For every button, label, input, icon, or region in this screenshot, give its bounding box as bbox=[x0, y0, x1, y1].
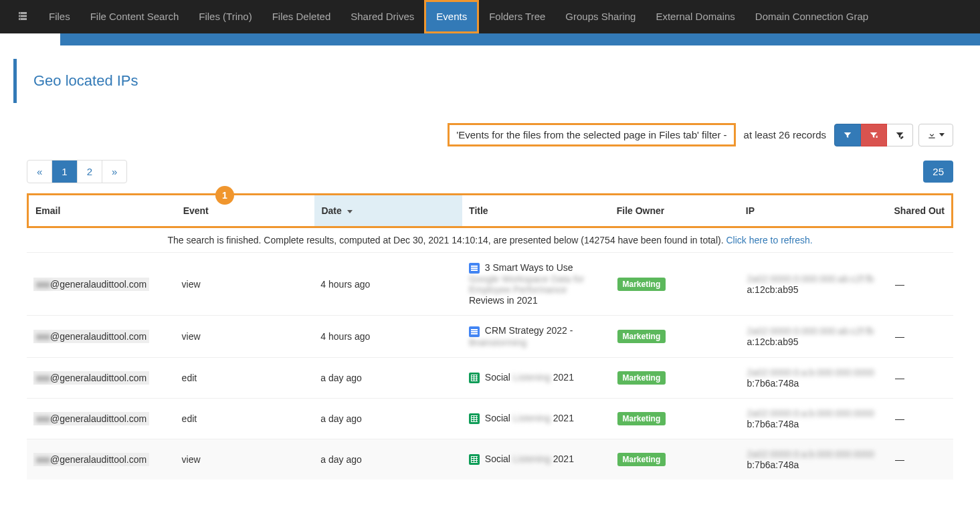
page-size-select[interactable]: 25 bbox=[923, 161, 953, 183]
cell-shared-out: — bbox=[888, 253, 953, 316]
cell-shared-out: — bbox=[888, 439, 953, 480]
col-header-ip[interactable]: IP bbox=[739, 195, 887, 226]
cell-shared-out: — bbox=[888, 398, 953, 439]
sub-bar bbox=[60, 33, 980, 45]
annotation-badge-1: 1 bbox=[215, 186, 234, 205]
email-value: xxx@generalaudittool.com bbox=[33, 453, 149, 466]
table-header-highlight: 1 Email Event Date Title File Owner IP S… bbox=[27, 193, 953, 228]
cell-date: a day ago bbox=[314, 439, 462, 480]
cell-date: a day ago bbox=[314, 357, 462, 398]
col-header-email[interactable]: Email bbox=[29, 195, 177, 226]
filter-edit-icon bbox=[895, 130, 904, 140]
email-value: xxx@generalaudittool.com bbox=[33, 371, 149, 385]
pagination-page-1[interactable]: 1 bbox=[52, 161, 77, 183]
clear-filter-button[interactable] bbox=[861, 124, 887, 146]
email-value: xxx@generalaudittool.com bbox=[33, 412, 149, 425]
col-header-date-label: Date bbox=[321, 205, 341, 216]
pagination-page-2[interactable]: 2 bbox=[78, 161, 102, 183]
cell-owner: Marketing bbox=[611, 357, 741, 398]
nav-tab-events[interactable]: Events bbox=[424, 0, 479, 33]
nav-tab-files[interactable]: Files bbox=[39, 0, 80, 33]
download-icon bbox=[927, 130, 937, 140]
cell-title: CRM Strategy 2022 -Brainstorming bbox=[462, 316, 611, 357]
nav-tab-files-trino[interactable]: Files (Trino) bbox=[189, 0, 262, 33]
cell-email: xxx@generalaudittool.com bbox=[27, 316, 175, 357]
records-count-text: at least 26 records bbox=[741, 129, 829, 140]
table-row: xxx@generalaudittool.comview4 hours ago … bbox=[27, 316, 953, 357]
pagination-next[interactable]: » bbox=[102, 161, 126, 183]
owner-badge: Marketing bbox=[617, 412, 666, 425]
pagination: « 1 2 » bbox=[27, 160, 127, 183]
email-value: xxx@generalaudittool.com bbox=[33, 278, 149, 291]
table-row: xxx@generalaudittool.comviewa day ago So… bbox=[27, 439, 953, 480]
cell-event: edit bbox=[175, 398, 314, 439]
cell-email: xxx@generalaudittool.com bbox=[27, 253, 175, 316]
filter-button-group bbox=[834, 124, 913, 146]
refresh-link[interactable]: Click here to refresh. bbox=[726, 235, 812, 245]
cell-event: edit bbox=[175, 357, 314, 398]
svg-point-0 bbox=[20, 12, 21, 13]
cell-ip: 2a02:0000:0:a:b:000:000:0000b:7b6a:748a bbox=[740, 439, 888, 480]
download-button[interactable] bbox=[918, 124, 953, 146]
owner-badge: Marketing bbox=[617, 371, 666, 385]
col-header-title[interactable]: Title bbox=[462, 195, 610, 226]
pagination-prev[interactable]: « bbox=[27, 161, 52, 183]
pagination-row: « 1 2 » 25 bbox=[13, 160, 967, 193]
sheet-file-icon bbox=[469, 413, 480, 424]
nav-tab-files-deleted[interactable]: Files Deleted bbox=[262, 0, 341, 33]
cell-ip: 2a02:0000:0:a:b:000:000:0000b:7b6a:748a bbox=[740, 398, 888, 439]
cell-owner: Marketing bbox=[611, 398, 741, 439]
applied-filter-label: 'Events for the files from the selected … bbox=[448, 123, 735, 146]
cell-event: view bbox=[175, 316, 314, 357]
owner-badge: Marketing bbox=[617, 330, 666, 343]
cell-title: Social Listening 2021 bbox=[462, 357, 611, 398]
cell-ip: 2a02:0000:0:000:000:ab:c2f:fba:12cb:ab95 bbox=[740, 316, 888, 357]
svg-point-2 bbox=[20, 18, 21, 19]
cell-email: xxx@generalaudittool.com bbox=[27, 398, 175, 439]
cell-owner: Marketing bbox=[611, 439, 741, 480]
email-value: xxx@generalaudittool.com bbox=[33, 330, 149, 343]
cell-email: xxx@generalaudittool.com bbox=[27, 439, 175, 480]
svg-point-1 bbox=[20, 15, 21, 17]
sheet-file-icon bbox=[469, 454, 480, 465]
doc-file-icon bbox=[469, 326, 480, 337]
col-header-shared-out[interactable]: Shared Out bbox=[886, 195, 951, 226]
owner-badge: Marketing bbox=[617, 453, 666, 466]
col-header-owner[interactable]: File Owner bbox=[610, 195, 739, 226]
nav-tab-folders-tree[interactable]: Folders Tree bbox=[479, 0, 555, 33]
cell-owner: Marketing bbox=[611, 253, 741, 316]
nav-tab-groups-sharing[interactable]: Groups Sharing bbox=[555, 0, 646, 33]
cell-date: 4 hours ago bbox=[314, 253, 462, 316]
cell-date: 4 hours ago bbox=[314, 316, 462, 357]
filter-bar: 'Events for the files from the selected … bbox=[13, 123, 967, 160]
cell-date: a day ago bbox=[314, 398, 462, 439]
cell-title: Social Listening 2021 bbox=[462, 398, 611, 439]
storage-icon bbox=[7, 10, 39, 24]
sheet-file-icon bbox=[469, 373, 480, 383]
sort-desc-icon bbox=[347, 210, 353, 213]
col-header-event[interactable]: Event bbox=[177, 195, 315, 226]
events-table: Email Event Date Title File Owner IP Sha… bbox=[29, 195, 951, 226]
events-table-body: xxx@generalaudittool.comview4 hours ago … bbox=[27, 252, 953, 480]
nav-tab-domain-connection-graph[interactable]: Domain Connection Grap bbox=[745, 0, 878, 33]
filter-edit-button[interactable] bbox=[887, 124, 913, 146]
table-row: xxx@generalaudittool.comedita day ago So… bbox=[27, 357, 953, 398]
owner-badge: Marketing bbox=[617, 278, 666, 291]
section-title: Geo located IPs bbox=[33, 72, 950, 90]
cell-ip: 2a02:0000:0:000:000:ab:c2f:fba:12cb:ab95 bbox=[740, 253, 888, 316]
filter-button[interactable] bbox=[834, 124, 861, 146]
nav-tab-external-domains[interactable]: External Domains bbox=[646, 0, 745, 33]
col-header-date[interactable]: Date bbox=[314, 195, 462, 226]
nav-tab-shared-drives[interactable]: Shared Drives bbox=[340, 0, 424, 33]
nav-tab-file-content-search[interactable]: File Content Search bbox=[80, 0, 189, 33]
caret-down-icon bbox=[939, 133, 945, 136]
filter-icon bbox=[843, 130, 852, 140]
cell-shared-out: — bbox=[888, 316, 953, 357]
cell-owner: Marketing bbox=[611, 316, 741, 357]
search-summary-text: The search is finished. Complete results… bbox=[167, 235, 726, 245]
cell-event: view bbox=[175, 253, 314, 316]
cell-email: xxx@generalaudittool.com bbox=[27, 357, 175, 398]
table-row: xxx@generalaudittool.comedita day ago So… bbox=[27, 398, 953, 439]
cell-shared-out: — bbox=[888, 357, 953, 398]
top-nav: Files File Content Search Files (Trino) … bbox=[0, 0, 980, 33]
